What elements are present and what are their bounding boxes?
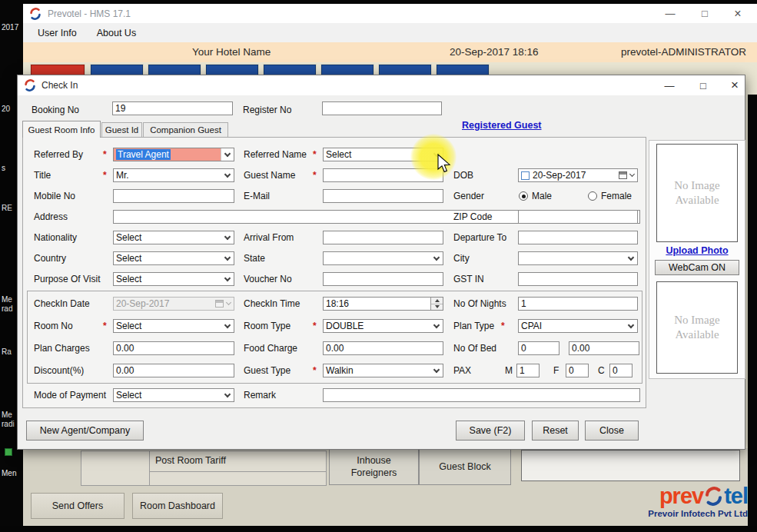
- save-button[interactable]: Save (F2): [456, 421, 525, 441]
- gender-male-radio[interactable]: [519, 191, 528, 201]
- no-of-bed-count-input[interactable]: 0: [518, 341, 559, 355]
- plan-type-combo[interactable]: CPAI: [518, 319, 638, 333]
- required-marker: *: [103, 149, 107, 160]
- gst-in-input[interactable]: [518, 272, 638, 286]
- arrival-from-label: Arrival From: [244, 232, 294, 243]
- minimize-icon[interactable]: —: [661, 5, 679, 22]
- guest-type-combo[interactable]: Walkin: [323, 364, 443, 377]
- menu-about-us[interactable]: About Us: [87, 25, 146, 42]
- email-input[interactable]: [323, 189, 443, 203]
- upload-photo-link[interactable]: Upload Photo: [649, 245, 745, 256]
- title-combo[interactable]: Mr.: [113, 168, 234, 182]
- desktop-icon[interactable]: [5, 448, 12, 456]
- dropdown-arrow-icon: [430, 252, 443, 264]
- plan-charges-label: Plan Charges: [34, 343, 90, 354]
- guest-photo-panel: No Image Available Upload Photo WebCam O…: [649, 140, 745, 379]
- mouse-cursor: [437, 154, 453, 175]
- remark-label: Remark: [244, 390, 276, 401]
- reset-button[interactable]: Reset: [532, 421, 579, 441]
- city-combo[interactable]: [518, 251, 638, 265]
- pax-male-input[interactable]: 1: [516, 364, 540, 377]
- country-label: Country: [34, 253, 66, 264]
- gender-label: Gender: [453, 191, 484, 201]
- departure-to-input[interactable]: [518, 231, 638, 244]
- plan-charges-input[interactable]: 0.00: [113, 341, 234, 355]
- room-no-combo[interactable]: Select: [113, 319, 234, 333]
- guest-name-input[interactable]: [323, 168, 443, 182]
- gender-female-radio[interactable]: [588, 191, 597, 201]
- purpose-of-visit-label: Purpose Of Visit: [34, 274, 100, 284]
- maximize-icon[interactable]: □: [696, 5, 714, 22]
- pax-female-input[interactable]: 0: [566, 364, 589, 377]
- remark-input[interactable]: [323, 388, 640, 402]
- required-marker: *: [313, 170, 317, 181]
- room-no-label: Room No: [34, 321, 73, 331]
- hotel-name: Your Hotel Name: [192, 46, 271, 58]
- webcam-on-button[interactable]: WebCam ON: [655, 260, 739, 275]
- dob-datepicker[interactable]: 20-Sep-2017: [518, 168, 638, 182]
- register-no-label: Register No: [243, 105, 291, 115]
- registered-guest-link[interactable]: Registered Guest: [462, 120, 542, 131]
- state-label: State: [244, 253, 265, 264]
- checkin-time-spinner[interactable]: 18:16: [323, 297, 443, 311]
- register-no-input[interactable]: [322, 101, 442, 115]
- food-charge-input[interactable]: 0.00: [323, 341, 443, 355]
- divider: [149, 471, 326, 472]
- time-spinner-buttons[interactable]: [430, 298, 443, 310]
- mobile-no-input[interactable]: [113, 189, 234, 203]
- room-dashboard-button[interactable]: Room Dashboard: [132, 493, 223, 519]
- send-offers-button[interactable]: Send Offers: [31, 493, 125, 519]
- header-datetime: 20-Sep-2017 18:16: [450, 46, 539, 58]
- departure-to-label: Departure To: [453, 232, 506, 243]
- purpose-of-visit-combo[interactable]: Select: [113, 272, 234, 286]
- guest-room-info-panel: Referred By * Travel Agent Referred Name…: [22, 137, 646, 408]
- referred-by-combo[interactable]: Travel Agent: [113, 148, 234, 161]
- discount-label: Discount(%): [34, 365, 84, 376]
- discount-input[interactable]: 0.00: [113, 364, 234, 377]
- new-agent-company-button[interactable]: New Agent/Company: [26, 421, 144, 441]
- dialog-title: Check In: [42, 80, 78, 91]
- no-of-nights-input[interactable]: 1: [518, 297, 638, 311]
- room-type-combo[interactable]: DOUBLE: [323, 319, 443, 333]
- mode-of-payment-combo[interactable]: Select: [113, 388, 234, 402]
- state-combo[interactable]: [323, 251, 443, 265]
- tab-guest-room-info[interactable]: Guest Room Info: [22, 121, 101, 138]
- inhouse-foreigners-button[interactable]: Inhouse Foreigners: [329, 449, 419, 485]
- dropdown-arrow-icon: [221, 389, 234, 401]
- main-titlebar: Prevotel - HMS 17.1 — □ ×: [23, 4, 757, 23]
- close-button[interactable]: Close: [585, 421, 639, 441]
- voucher-no-input[interactable]: [323, 272, 443, 286]
- dropdown-arrow-icon: [430, 320, 443, 332]
- guest-block-button[interactable]: Guest Block: [419, 449, 511, 485]
- maximize-icon[interactable]: □: [694, 78, 712, 93]
- desktop-label-fragment: Men: [2, 469, 16, 477]
- nationality-combo[interactable]: Select: [113, 231, 234, 244]
- close-icon[interactable]: ×: [725, 78, 744, 93]
- pax-male-label: M: [505, 365, 513, 376]
- no-of-bed-label: No Of Bed: [453, 343, 496, 354]
- referred-name-combo[interactable]: Select: [323, 148, 443, 161]
- menu-user-info[interactable]: User Info: [28, 25, 87, 42]
- tariff-panel: Post Room Tariff: [81, 451, 327, 486]
- gender-male-label: Male: [532, 191, 552, 201]
- id-photo-placeholder: No Image Available: [656, 281, 738, 374]
- country-combo[interactable]: Select: [113, 251, 234, 265]
- post-room-tariff-button[interactable]: Post Room Tariff: [155, 455, 226, 466]
- booking-no-input[interactable]: 19: [112, 101, 233, 115]
- desktop-right-strip: [748, 95, 757, 532]
- dialog-titlebar: Check In — □ ×: [18, 75, 745, 95]
- logo-swirl-icon: [704, 487, 723, 506]
- email-label: E-Mail: [244, 191, 270, 201]
- dialog-logo-icon: [24, 79, 36, 91]
- dob-checkbox[interactable]: [521, 171, 530, 180]
- pax-child-input[interactable]: 0: [609, 364, 632, 377]
- logo-text-suffix: tel: [724, 484, 748, 509]
- minimize-icon[interactable]: —: [660, 78, 679, 93]
- tab-companion-guest[interactable]: Companion Guest: [143, 122, 228, 137]
- no-of-bed-charge-input[interactable]: 0.00: [569, 341, 639, 355]
- arrival-from-input[interactable]: [323, 231, 443, 244]
- close-icon[interactable]: ×: [729, 5, 747, 22]
- spinner-down-icon: [435, 305, 440, 308]
- zip-code-input[interactable]: [518, 210, 638, 224]
- tab-guest-id[interactable]: Guest Id: [101, 122, 142, 137]
